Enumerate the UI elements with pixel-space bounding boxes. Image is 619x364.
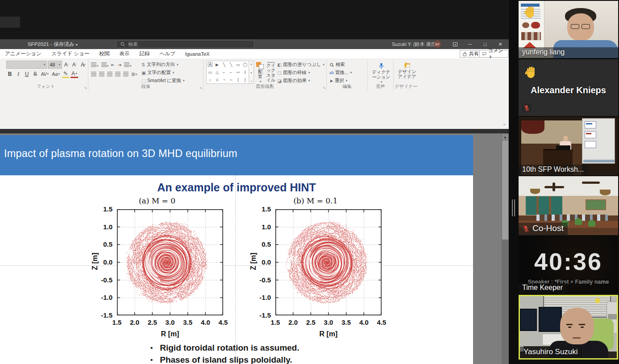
tab-slideshow[interactable]: スライド ショー [46, 49, 94, 58]
search-input[interactable]: 検索 [116, 40, 254, 48]
shape-fill-button[interactable]: ◧図形の塗りつぶし▾ [277, 61, 324, 69]
slide[interactable]: Impact of plasma rotation on 3D MHD equi… [0, 135, 473, 364]
share-button[interactable]: 共有 [460, 50, 482, 58]
scene-curtain [521, 120, 544, 134]
tab-record[interactable]: 記録 [134, 49, 154, 58]
x-axis-tick-label: 1.5 [108, 318, 126, 326]
decrease-font-button[interactable]: Aˇ [71, 61, 78, 69]
panel-resize-handle[interactable] [511, 199, 515, 216]
scroll-up-button[interactable]: ▲ [502, 134, 508, 140]
scene-fan [553, 182, 555, 191]
char-spacing-button[interactable]: AV▾ [40, 70, 50, 78]
outdent-button[interactable]: ⇤ [111, 62, 115, 67]
tab-view[interactable]: 表示 [114, 49, 134, 58]
justify-button[interactable] [115, 72, 120, 76]
comment-icon [482, 52, 486, 56]
italic-button[interactable]: I [15, 70, 22, 78]
font-size-combo[interactable]: 48▾ [48, 61, 62, 69]
collapse-ribbon-button[interactable]: ⌃ [501, 124, 508, 129]
scene-person-eye [568, 327, 571, 328]
video-tile-time-keeper[interactable]: 40:36 Speaker : *First + Family name Tim… [519, 236, 618, 294]
scene-fan [582, 182, 600, 184]
panel-gap [509, 0, 519, 364]
font-dialog-launcher-icon[interactable]: ↘ [84, 86, 87, 90]
scene-person-brow [579, 324, 585, 325]
slide-title: Impact of plasma rotation on 3D MHD equi… [4, 148, 237, 160]
video-tile-alexander-knieps[interactable]: Alexander Knieps [519, 59, 618, 116]
line-spacing-button[interactable]: ▾ [124, 61, 132, 69]
tab-animation[interactable]: アニメーション [0, 49, 46, 58]
scrollbar-thumb[interactable] [502, 141, 508, 240]
ribbon-display-options-icon[interactable]: ▾ [449, 39, 462, 49]
align-left-button[interactable] [91, 72, 96, 76]
align-text-button[interactable]: ▣文字の配置▾ [141, 69, 185, 77]
design-ideas-icon [403, 62, 411, 69]
bullets-button[interactable]: ▾ [91, 61, 99, 69]
x-axis-label: R [m] [297, 330, 360, 338]
replace-button[interactable]: ab置換...▾ [329, 69, 366, 77]
minimize-button[interactable]: ─ [463, 39, 477, 49]
arrange-button[interactable]: 配置▾ [256, 61, 265, 87]
account-name[interactable]: Suzuki Y. (鈴木 康浩) [392, 41, 437, 48]
quick-styles-icon [267, 62, 274, 63]
participant-name-label: yunfeng liang [519, 47, 618, 58]
x-axis-tick-label: 4.0 [355, 318, 373, 326]
tab-iguanatex[interactable]: IguanaTeX [180, 49, 215, 58]
muted-mic-icon [523, 104, 530, 112]
video-participants-panel: yunfeng liang Alexander Knieps [519, 0, 619, 364]
dictation-button[interactable]: ディクテーション▾ [370, 61, 392, 87]
drawing-dialog-launcher-icon[interactable]: ↘ [322, 86, 325, 90]
shape-gallery[interactable]: 🄰▶╲╲▭◯ ▭△⌐⌐⇨⇩ ⌂☺¬∼{} [206, 61, 249, 84]
tab-help[interactable]: ヘルプ [154, 49, 180, 58]
numbering-button[interactable]: ▾ [101, 61, 109, 69]
text-direction-button[interactable]: ⇅文字列の方向▾ [141, 61, 185, 69]
increase-font-button[interactable]: Aˆ [63, 61, 70, 69]
columns-button[interactable]: ▥▾ [131, 72, 137, 76]
video-tile-yunfeng-liang[interactable]: yunfeng liang [519, 1, 618, 58]
ribbon-group-designer: デザイン アイデア デザイナー [394, 59, 419, 91]
clear-format-button[interactable]: A̷ [79, 61, 86, 69]
participant-name-label: Co-Host [519, 223, 568, 235]
participant-name-label: 10th SFP Worksh... [519, 165, 588, 175]
font-color-button[interactable]: A▾ [71, 70, 78, 78]
distribute-button[interactable] [123, 72, 129, 76]
y-axis-tick-label: 1.5 [248, 205, 271, 213]
participant-name-label: Yasuhiro Suzuki [520, 347, 582, 358]
raised-hand-icon [525, 66, 538, 79]
document-title[interactable]: SFP2021 - 保存済み ▾ [28, 41, 78, 48]
participant-name-label: Alexander Knieps [519, 85, 618, 95]
align-center-button[interactable] [99, 72, 104, 76]
shape-gallery-scroll[interactable]: ▴▾▿ [249, 61, 254, 84]
find-icon [329, 62, 334, 67]
shape-outline-button[interactable]: ▢図形の枠線▾ [277, 69, 324, 77]
ribbon-group-voice: ディクテーション▾ 音声 [368, 59, 394, 91]
paragraph-dialog-launcher-icon[interactable]: ↘ [199, 86, 202, 90]
strikethrough-button[interactable]: S [32, 70, 39, 78]
video-tile-co-host[interactable]: Co-Host [519, 176, 618, 235]
scene-monitor [520, 309, 537, 331]
change-case-button[interactable]: Aa▾ [51, 70, 61, 78]
y-axis-tick-label: -1.5 [89, 311, 112, 319]
vertical-scrollbar[interactable]: ▲ ▼ [502, 133, 509, 364]
bullet-item: •Phases of island slips poloidally. [150, 355, 292, 364]
video-tile-yasuhiro-suzuki[interactable]: Yasuhiro Suzuki [519, 295, 618, 360]
underline-button[interactable]: U [23, 70, 30, 78]
find-button[interactable]: 検索 [329, 61, 366, 69]
comment-button[interactable]: コメント [479, 50, 509, 58]
desktop-window-fragment [0, 17, 20, 28]
video-tile-sfp-workshop[interactable]: 10th SFP Worksh... [519, 117, 618, 175]
bold-button[interactable]: B [6, 70, 13, 78]
design-ideas-button[interactable]: デザイン アイデア [396, 61, 418, 87]
font-name-combo[interactable]: ▾ [6, 61, 47, 69]
ribbon-group-font: ▾ 48▾ Aˆ Aˇ A̷ B I U S AV▾ Aa▾ ✎ A [4, 59, 88, 91]
quick-styles-button[interactable]: クイック スタイル▾ [266, 61, 276, 87]
align-right-button[interactable] [107, 72, 112, 76]
scene-window-mullion [549, 196, 551, 215]
highlight-pen-button[interactable]: ✎ [62, 70, 69, 78]
y-axis-tick-label: 0.0 [89, 258, 112, 266]
muted-mic-indicator [522, 103, 531, 112]
tab-review[interactable]: 校閲 [94, 49, 114, 58]
account-avatar[interactable]: SY [434, 41, 441, 48]
search-placeholder: 検索 [128, 41, 138, 48]
indent-button[interactable]: ⇥ [117, 62, 121, 67]
